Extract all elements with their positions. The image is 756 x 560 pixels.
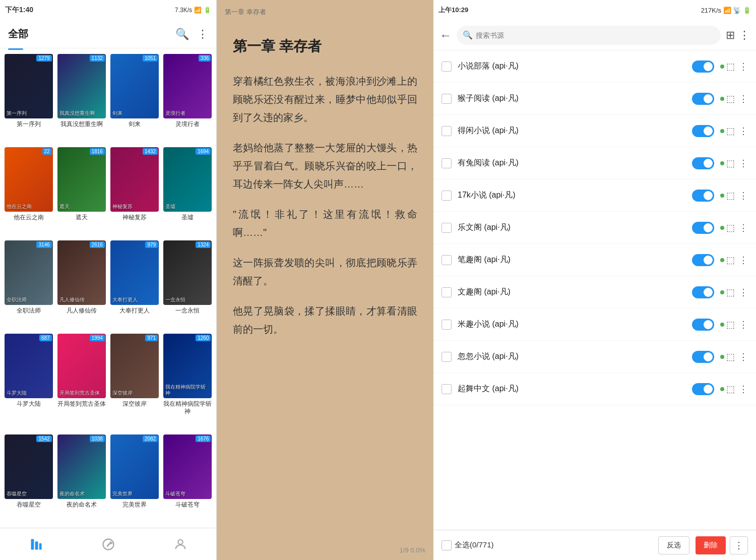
source-item: 米趣小说 (api·凡) ⬚ ⋮ [433,308,756,341]
source-more-icon-3[interactable]: ⋮ [739,158,748,169]
source-checkbox-1[interactable] [442,94,452,104]
source-more-icon-1[interactable]: ⋮ [739,93,748,104]
book-badge: 1132 [90,55,105,61]
nav-discover[interactable] [101,537,115,551]
source-more-icon-9[interactable]: ⋮ [739,351,748,362]
source-checkbox-6[interactable] [442,255,452,265]
book-item[interactable]: 971 深空彼岸 深空彼岸 [110,334,159,430]
book-item[interactable]: 1132 我真没想重生啊 我真没想重生啊 [57,54,106,143]
more-options-icon[interactable]: ⋮ [197,28,208,41]
book-item[interactable]: 1279 第一序列 第一序列 [4,54,53,143]
source-toggle-7[interactable] [692,286,714,298]
source-edit-icon-1[interactable]: ⬚ [726,93,735,104]
source-edit-icon-7[interactable]: ⬚ [726,287,735,298]
source-checkbox-7[interactable] [442,287,452,297]
source-more-icon-6[interactable]: ⋮ [739,255,748,266]
book-item[interactable]: 1324 一念永恒 一念永恒 [163,240,212,330]
book-item[interactable]: 1994 开局签到荒古圣体 开局签到荒古圣体 [57,334,106,430]
search-icon[interactable]: 🔍 [175,28,189,41]
source-edit-icon-3[interactable]: ⬚ [726,158,735,169]
source-checkbox-9[interactable] [442,352,452,362]
invert-button[interactable]: 反选 [658,536,689,554]
left-status-icons: 7.3K/s 📶 🔋 [175,7,211,14]
reader-panel: 第一章 幸存者 第一章 幸存者 穿着橘红色救生衣，被海浪冲到沙滩上的顾晓乐还没有… [217,0,433,560]
source-name-4: 17k小说 (api·凡) [458,190,692,201]
source-more-icon-0[interactable]: ⋮ [739,61,748,72]
search-input-wrap[interactable]: 🔍 [457,26,721,45]
nav-bookshelf[interactable] [29,537,43,551]
source-checkbox-0[interactable] [442,61,452,72]
source-toggle-9[interactable] [692,351,714,363]
book-badge: 1816 [90,148,105,155]
book-item[interactable]: 2616 凡人修仙传 凡人修仙传 [57,240,106,330]
book-item[interactable]: 336 灵境行者 灵境行者 [163,54,212,143]
book-item[interactable]: 1038 夜的命名术 夜的命名术 [57,434,106,524]
book-item[interactable]: 979 大奉打更人 大奉打更人 [110,240,159,330]
source-edit-icon-10[interactable]: ⬚ [726,384,735,395]
source-edit-icon-9[interactable]: ⬚ [726,351,735,362]
options-icon[interactable]: ⋮ [739,29,750,42]
book-item[interactable]: 1260 我在精神病院学斩神 我在精神病院学斩神 [163,334,212,430]
book-item[interactable]: 1694 圣墟 圣墟 [163,147,212,236]
source-checkbox-10[interactable] [442,384,452,394]
source-toggle-3[interactable] [692,157,714,169]
source-checkbox-8[interactable] [442,320,452,330]
source-edit-icon-0[interactable]: ⬚ [726,61,735,72]
source-toggle-4[interactable] [692,190,714,202]
more-button[interactable]: ⋮ [730,536,748,554]
source-edit-icon-5[interactable]: ⬚ [726,222,735,233]
source-more-icon-7[interactable]: ⋮ [739,287,748,298]
nav-profile[interactable] [173,537,187,551]
book-badge: 1260 [196,335,211,341]
reader-content[interactable]: 第一章 幸存者 穿着橘红色救生衣，被海浪冲到沙滩上的顾晓乐还没有醒过来，睡梦中他… [217,24,433,540]
left-speed: 7.3K/s [175,7,192,14]
delete-button[interactable]: 删除 [696,536,726,554]
source-toggle-0[interactable] [692,60,714,73]
source-item: 猴子阅读 (api·凡) ⬚ ⋮ [433,83,756,115]
source-toggle-5[interactable] [692,222,714,234]
select-all-checkbox[interactable] [442,540,452,550]
book-item[interactable]: 22 他在云之南 他在云之南 [4,147,53,236]
book-item[interactable]: 1432 神秘复苏 神秘复苏 [110,147,159,236]
source-toggle-6[interactable] [692,254,714,266]
back-button[interactable]: ← [439,28,452,42]
book-item[interactable]: 3146 全职法师 全职法师 [4,240,53,330]
source-dot-0 [720,65,724,69]
search-icon-right: 🔍 [463,30,473,40]
book-item[interactable]: 1542 吞噬星空 吞噬星空 [4,434,53,524]
source-checkbox-4[interactable] [442,191,452,201]
source-toggle-8[interactable] [692,319,714,331]
right-panel: 上午10:29 217K/s 📶 📡 🔋 ← 🔍 ⊞ ⋮ 小说部落 (api·凡… [433,0,756,560]
source-more-icon-10[interactable]: ⋮ [739,384,748,395]
book-cover: 2616 凡人修仙传 [57,240,106,305]
source-more-icon-4[interactable]: ⋮ [739,190,748,201]
book-item[interactable]: 1051 剑来 剑来 [110,54,159,143]
source-more-icon-8[interactable]: ⋮ [739,319,748,330]
source-dot-5 [720,226,724,230]
source-checkbox-5[interactable] [442,223,452,233]
source-checkbox-3[interactable] [442,158,452,168]
book-item[interactable]: 1816 遮天 遮天 [57,147,106,236]
source-checkbox-2[interactable] [442,126,452,136]
source-toggle-1[interactable] [692,93,714,105]
book-cover: 979 大奉打更人 [110,240,159,305]
book-item[interactable]: 687 斗罗大陆 斗罗大陆 [4,334,53,430]
cover-title-overlay: 开局签到荒古圣体 [59,390,104,396]
book-item[interactable]: 2082 完美世界 完美世界 [110,434,159,524]
source-toggle-2[interactable] [692,125,714,137]
source-edit-icon-4[interactable]: ⬚ [726,190,735,201]
source-edit-icon-2[interactable]: ⬚ [726,126,735,137]
book-item[interactable]: 1676 斗破苍穹 斗破苍穹 [163,434,212,524]
book-cover: 971 深空彼岸 [110,334,159,398]
source-toggle-10[interactable] [692,383,714,395]
book-cover: 1260 我在精神病院学斩神 [163,334,212,398]
source-more-icon-2[interactable]: ⋮ [739,126,748,137]
source-more-icon-5[interactable]: ⋮ [739,222,748,233]
svg-rect-1 [35,541,38,549]
library-title: 全部 [8,27,28,41]
search-input[interactable] [476,31,715,39]
qr-icon[interactable]: ⊞ [726,29,735,42]
source-edit-icon-8[interactable]: ⬚ [726,319,735,330]
source-item: 17k小说 (api·凡) ⬚ ⋮ [433,179,756,212]
source-edit-icon-6[interactable]: ⬚ [726,255,735,266]
